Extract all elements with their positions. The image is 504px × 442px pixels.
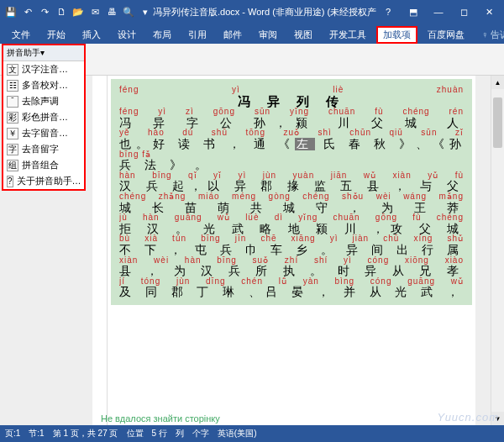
- tab-design[interactable]: 设计: [111, 26, 143, 44]
- pinyin-menu-item-5[interactable]: 字去音留字: [3, 141, 84, 157]
- tab-developer[interactable]: 开发工具: [323, 26, 373, 44]
- preview-icon[interactable]: 🔍: [121, 4, 136, 19]
- hanzi-line[interactable]: 兵 法 》 。: [119, 159, 464, 171]
- ribbon-tabs: 文件 开始 插入 设计 布局 引用 邮件 审阅 视图 开发工具 加载项 百度网盘…: [0, 24, 504, 44]
- hanzi-line[interactable]: 拒 汉 。 光 武 略 地 颍 川 ，攻 父 城: [119, 223, 464, 235]
- status-language[interactable]: 英语(美国): [218, 428, 257, 439]
- menu-item-label: 去除声调: [22, 95, 59, 108]
- tab-file[interactable]: 文件: [5, 26, 37, 44]
- quick-access-toolbar: 💾 ↶ ↷ 🗋 📂 ✉ 🖶 🔍 ▾: [3, 4, 153, 19]
- menu-item-label: 去字留音…: [22, 127, 68, 139]
- ribbon-opts-icon[interactable]: ⬒: [402, 3, 425, 20]
- open-icon[interactable]: 📂: [71, 4, 86, 19]
- document-title: 冯异列传注音版.docx - Word (非商业用途) (未经授权产品): [153, 6, 376, 18]
- pinyin-line[interactable]: féng yì liè zhuàn: [119, 86, 464, 95]
- menu-item-label: 关于拼音助手…: [17, 175, 81, 187]
- mail-icon[interactable]: ✉: [87, 4, 102, 19]
- ribbon-content: 拼音助手▾ 文汉字注音…☷多音校对…ˉ去除声调彩彩色拼音…￥去字留音…字去音留字…: [0, 44, 504, 76]
- scroll-track[interactable]: [491, 89, 504, 412]
- pinyin-menu-item-7[interactable]: ?关于拼音助手…: [3, 173, 84, 189]
- menu-item-label: 多音校对…: [22, 79, 68, 92]
- hanzi-line[interactable]: 汉 兵 起，以 异 郡 掾 监 五 县 ， 与 父: [119, 180, 464, 192]
- vertical-scrollbar[interactable]: ▲ ▼: [491, 76, 504, 425]
- menu-item-label: 去音留字: [22, 143, 59, 155]
- pinyin-helper-menu: 拼音助手▾ 文汉字注音…☷多音校对…ˉ去除声调彩彩色拼音…￥去字留音…字去音留字…: [2, 44, 86, 191]
- pinyin-line[interactable]: yě hào dú shū tōng zuǒ shì chūn qiū sūn …: [119, 129, 464, 138]
- scroll-up-icon[interactable]: ▲: [491, 76, 504, 89]
- pinyin-menu-item-6[interactable]: 组拼音组合: [3, 157, 84, 173]
- undo-icon[interactable]: ↶: [20, 4, 35, 19]
- hanzi-line[interactable]: 不 下 ， 屯 兵 巾 车 乡 。 异 间 出 行 属: [119, 244, 464, 256]
- tab-insert[interactable]: 插入: [76, 26, 108, 44]
- pinyin-line[interactable]: chéng zhǎng miáo méng gòng chéng shǒu wè…: [119, 192, 464, 202]
- qat-more-icon[interactable]: ▾: [138, 4, 153, 19]
- pinyin-line[interactable]: féng yì zì gōng sūn yǐng chuān fù chéng …: [119, 108, 464, 117]
- menu-item-label: 汉字注音…: [22, 63, 68, 76]
- menu-item-icon: 字: [7, 144, 18, 155]
- status-position[interactable]: 位置: [127, 428, 144, 439]
- vertical-ruler[interactable]: [92, 76, 108, 425]
- hanzi-line[interactable]: 也。好 读 书 ， 通 《左 氏 春 秋 》、《孙 子: [119, 138, 464, 150]
- help-icon[interactable]: ?: [376, 3, 400, 20]
- pinyin-line[interactable]: hàn bīng qǐ yǐ yì jùn yuàn jiān wǔ xiàn …: [119, 171, 464, 181]
- tab-layout[interactable]: 布局: [146, 26, 178, 44]
- pinyin-line[interactable]: jí tóng jùn dīng chén lǚ yàn bìng cóng g…: [119, 277, 464, 287]
- tab-review[interactable]: 审阅: [252, 26, 284, 44]
- pinyin-helper-header[interactable]: 拼音助手▾: [3, 45, 84, 61]
- pinyin-menu-item-0[interactable]: 文汉字注音…: [3, 61, 84, 77]
- menu-item-icon: ?: [7, 176, 13, 187]
- menu-item-label: 拼音组合: [22, 159, 59, 171]
- menu-item-icon: 彩: [7, 112, 18, 124]
- watermark: Yuucn.com: [437, 411, 499, 424]
- pinyin-menu-item-1[interactable]: ☷多音校对…: [3, 77, 84, 93]
- fallback-text: Не вдалося знайти сторінку: [101, 413, 220, 424]
- new-icon[interactable]: 🗋: [54, 4, 69, 19]
- status-words[interactable]: 个字: [192, 428, 209, 439]
- menu-item-icon: 文: [7, 64, 18, 76]
- tab-home[interactable]: 开始: [40, 26, 72, 44]
- pinyin-menu-item-3[interactable]: 彩彩色拼音…: [3, 109, 84, 125]
- title-bar: 💾 ↶ ↷ 🗋 📂 ✉ 🖶 🔍 ▾ 冯异列传注音版.docx - Word (非…: [0, 0, 504, 24]
- page-area[interactable]: féng yì liè zhuàn冯 异 列 传féng yì zì gōng …: [108, 76, 475, 425]
- status-bar: 页:1 节:1 第 1 页，共 27 页 位置 5 行 列 个字 英语(美国): [0, 425, 504, 442]
- hanzi-line[interactable]: 县 ， 为 汉 兵 所 执 。 时 异 从 兄 孝: [119, 265, 464, 277]
- redo-icon[interactable]: ↷: [37, 4, 52, 19]
- pinyin-line[interactable]: bīng fǎ: [119, 150, 464, 160]
- status-column[interactable]: 列: [176, 428, 184, 439]
- scroll-thumb[interactable]: [493, 97, 502, 148]
- hanzi-line[interactable]: 城 长 苗 萌 共 城 守 ， 为 王 莽: [119, 202, 464, 214]
- window-controls: ? ⬒ — ◻ ✕: [376, 3, 501, 20]
- menu-item-icon: ˉ: [7, 96, 18, 108]
- pinyin-menu-item-2[interactable]: ˉ去除声调: [3, 93, 84, 109]
- menu-item-icon: 组: [7, 160, 18, 171]
- print-icon[interactable]: 🖶: [104, 4, 119, 19]
- status-pages[interactable]: 第 1 页，共 27 页: [53, 428, 118, 439]
- pinyin-line[interactable]: xiàn wèi hàn bīng suǒ zhí shí yì cóng xi…: [119, 256, 464, 266]
- pinyin-menu-item-4[interactable]: ￥去字留音…: [3, 125, 84, 141]
- tab-references[interactable]: 引用: [181, 26, 213, 44]
- status-line[interactable]: 5 行: [152, 428, 167, 439]
- hanzi-line[interactable]: 及 同 郡 丁 琳 、吕 晏 ， 并 从 光 武 ，: [119, 286, 464, 298]
- tell-me-search[interactable]: ♀ 告诉我您…: [475, 26, 504, 44]
- status-page[interactable]: 页:1: [5, 428, 20, 439]
- hanzi-line[interactable]: 冯 异 列 传: [119, 95, 464, 108]
- save-icon[interactable]: 💾: [3, 4, 18, 19]
- document-page[interactable]: féng yì liè zhuàn冯 异 列 传féng yì zì gōng …: [111, 79, 472, 305]
- maximize-icon[interactable]: ◻: [452, 3, 475, 20]
- pinyin-line[interactable]: jù hàn guāng wǔ lüè dì yǐng chuān gōng f…: [119, 213, 464, 223]
- tab-addins[interactable]: 加载项: [376, 26, 417, 44]
- status-section[interactable]: 节:1: [29, 428, 44, 439]
- menu-item-icon: ☷: [7, 80, 18, 92]
- tab-baidu[interactable]: 百度网盘: [421, 26, 471, 44]
- tab-mailings[interactable]: 邮件: [217, 26, 249, 44]
- minimize-icon[interactable]: —: [427, 3, 450, 20]
- menu-item-icon: ￥: [7, 128, 18, 139]
- tab-view[interactable]: 视图: [287, 26, 319, 44]
- hanzi-line[interactable]: 冯 异 字 公 孙，颍 川 父 城 人: [119, 117, 464, 129]
- close-icon[interactable]: ✕: [477, 3, 501, 20]
- pinyin-line[interactable]: bù xià tún bīng jīn chē xiāng yì jiàn ch…: [119, 234, 464, 244]
- menu-item-label: 彩色拼音…: [22, 111, 68, 124]
